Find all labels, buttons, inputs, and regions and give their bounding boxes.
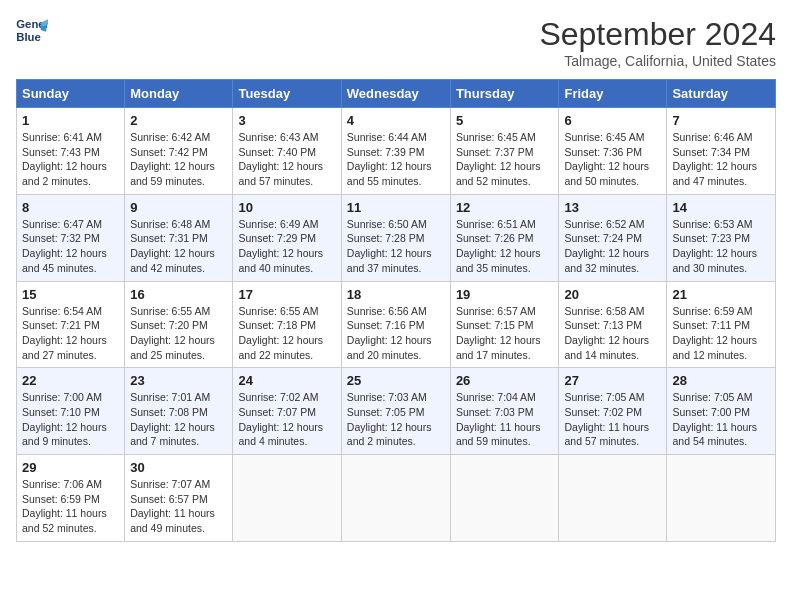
day-info: Sunrise: 6:53 AMSunset: 7:23 PMDaylight:… xyxy=(672,217,770,276)
day-info: Sunrise: 6:54 AMSunset: 7:21 PMDaylight:… xyxy=(22,304,119,363)
day-number: 19 xyxy=(456,287,554,302)
day-number: 2 xyxy=(130,113,227,128)
day-number: 4 xyxy=(347,113,445,128)
day-cell: 28Sunrise: 7:05 AMSunset: 7:00 PMDayligh… xyxy=(667,368,776,455)
day-cell: 4Sunrise: 6:44 AMSunset: 7:39 PMDaylight… xyxy=(341,108,450,195)
day-number: 5 xyxy=(456,113,554,128)
day-cell: 5Sunrise: 6:45 AMSunset: 7:37 PMDaylight… xyxy=(450,108,559,195)
day-info: Sunrise: 6:55 AMSunset: 7:20 PMDaylight:… xyxy=(130,304,227,363)
svg-text:Blue: Blue xyxy=(16,31,41,43)
day-info: Sunrise: 7:03 AMSunset: 7:05 PMDaylight:… xyxy=(347,390,445,449)
day-number: 28 xyxy=(672,373,770,388)
day-info: Sunrise: 6:48 AMSunset: 7:31 PMDaylight:… xyxy=(130,217,227,276)
day-cell: 14Sunrise: 6:53 AMSunset: 7:23 PMDayligh… xyxy=(667,194,776,281)
week-row-5: 29Sunrise: 7:06 AMSunset: 6:59 PMDayligh… xyxy=(17,455,776,542)
day-cell: 30Sunrise: 7:07 AMSunset: 6:57 PMDayligh… xyxy=(125,455,233,542)
day-number: 17 xyxy=(238,287,335,302)
day-cell xyxy=(341,455,450,542)
page-header: General Blue September 2024 Talmage, Cal… xyxy=(16,16,776,69)
day-cell xyxy=(667,455,776,542)
day-info: Sunrise: 6:55 AMSunset: 7:18 PMDaylight:… xyxy=(238,304,335,363)
day-number: 29 xyxy=(22,460,119,475)
weekday-header-row: SundayMondayTuesdayWednesdayThursdayFrid… xyxy=(17,80,776,108)
day-cell: 22Sunrise: 7:00 AMSunset: 7:10 PMDayligh… xyxy=(17,368,125,455)
day-number: 24 xyxy=(238,373,335,388)
day-cell: 15Sunrise: 6:54 AMSunset: 7:21 PMDayligh… xyxy=(17,281,125,368)
day-info: Sunrise: 6:46 AMSunset: 7:34 PMDaylight:… xyxy=(672,130,770,189)
weekday-header-saturday: Saturday xyxy=(667,80,776,108)
day-info: Sunrise: 7:07 AMSunset: 6:57 PMDaylight:… xyxy=(130,477,227,536)
day-number: 15 xyxy=(22,287,119,302)
weekday-header-sunday: Sunday xyxy=(17,80,125,108)
day-cell xyxy=(559,455,667,542)
day-number: 21 xyxy=(672,287,770,302)
day-info: Sunrise: 6:42 AMSunset: 7:42 PMDaylight:… xyxy=(130,130,227,189)
title-block: September 2024 Talmage, California, Unit… xyxy=(539,16,776,69)
day-info: Sunrise: 7:00 AMSunset: 7:10 PMDaylight:… xyxy=(22,390,119,449)
weekday-header-tuesday: Tuesday xyxy=(233,80,341,108)
day-number: 7 xyxy=(672,113,770,128)
day-cell: 11Sunrise: 6:50 AMSunset: 7:28 PMDayligh… xyxy=(341,194,450,281)
day-cell: 13Sunrise: 6:52 AMSunset: 7:24 PMDayligh… xyxy=(559,194,667,281)
day-number: 22 xyxy=(22,373,119,388)
day-cell: 23Sunrise: 7:01 AMSunset: 7:08 PMDayligh… xyxy=(125,368,233,455)
day-info: Sunrise: 7:06 AMSunset: 6:59 PMDaylight:… xyxy=(22,477,119,536)
day-cell xyxy=(450,455,559,542)
day-cell: 6Sunrise: 6:45 AMSunset: 7:36 PMDaylight… xyxy=(559,108,667,195)
day-cell: 29Sunrise: 7:06 AMSunset: 6:59 PMDayligh… xyxy=(17,455,125,542)
day-number: 3 xyxy=(238,113,335,128)
day-number: 27 xyxy=(564,373,661,388)
day-number: 6 xyxy=(564,113,661,128)
day-cell: 20Sunrise: 6:58 AMSunset: 7:13 PMDayligh… xyxy=(559,281,667,368)
day-cell: 7Sunrise: 6:46 AMSunset: 7:34 PMDaylight… xyxy=(667,108,776,195)
day-info: Sunrise: 6:52 AMSunset: 7:24 PMDaylight:… xyxy=(564,217,661,276)
day-info: Sunrise: 6:47 AMSunset: 7:32 PMDaylight:… xyxy=(22,217,119,276)
weekday-header-monday: Monday xyxy=(125,80,233,108)
day-info: Sunrise: 6:43 AMSunset: 7:40 PMDaylight:… xyxy=(238,130,335,189)
day-info: Sunrise: 7:04 AMSunset: 7:03 PMDaylight:… xyxy=(456,390,554,449)
day-info: Sunrise: 7:01 AMSunset: 7:08 PMDaylight:… xyxy=(130,390,227,449)
day-cell: 8Sunrise: 6:47 AMSunset: 7:32 PMDaylight… xyxy=(17,194,125,281)
day-info: Sunrise: 6:59 AMSunset: 7:11 PMDaylight:… xyxy=(672,304,770,363)
weekday-header-friday: Friday xyxy=(559,80,667,108)
day-info: Sunrise: 6:41 AMSunset: 7:43 PMDaylight:… xyxy=(22,130,119,189)
week-row-4: 22Sunrise: 7:00 AMSunset: 7:10 PMDayligh… xyxy=(17,368,776,455)
day-number: 10 xyxy=(238,200,335,215)
day-cell: 1Sunrise: 6:41 AMSunset: 7:43 PMDaylight… xyxy=(17,108,125,195)
day-number: 12 xyxy=(456,200,554,215)
day-number: 18 xyxy=(347,287,445,302)
day-info: Sunrise: 6:49 AMSunset: 7:29 PMDaylight:… xyxy=(238,217,335,276)
day-cell: 18Sunrise: 6:56 AMSunset: 7:16 PMDayligh… xyxy=(341,281,450,368)
month-title: September 2024 xyxy=(539,16,776,53)
day-cell: 24Sunrise: 7:02 AMSunset: 7:07 PMDayligh… xyxy=(233,368,341,455)
day-info: Sunrise: 6:58 AMSunset: 7:13 PMDaylight:… xyxy=(564,304,661,363)
day-number: 23 xyxy=(130,373,227,388)
day-info: Sunrise: 6:56 AMSunset: 7:16 PMDaylight:… xyxy=(347,304,445,363)
day-cell: 16Sunrise: 6:55 AMSunset: 7:20 PMDayligh… xyxy=(125,281,233,368)
day-info: Sunrise: 6:45 AMSunset: 7:37 PMDaylight:… xyxy=(456,130,554,189)
day-number: 26 xyxy=(456,373,554,388)
day-number: 20 xyxy=(564,287,661,302)
logo-icon: General Blue xyxy=(16,16,48,44)
day-cell: 17Sunrise: 6:55 AMSunset: 7:18 PMDayligh… xyxy=(233,281,341,368)
day-info: Sunrise: 6:57 AMSunset: 7:15 PMDaylight:… xyxy=(456,304,554,363)
day-info: Sunrise: 6:50 AMSunset: 7:28 PMDaylight:… xyxy=(347,217,445,276)
week-row-3: 15Sunrise: 6:54 AMSunset: 7:21 PMDayligh… xyxy=(17,281,776,368)
day-info: Sunrise: 6:44 AMSunset: 7:39 PMDaylight:… xyxy=(347,130,445,189)
day-cell: 10Sunrise: 6:49 AMSunset: 7:29 PMDayligh… xyxy=(233,194,341,281)
day-cell: 26Sunrise: 7:04 AMSunset: 7:03 PMDayligh… xyxy=(450,368,559,455)
day-number: 11 xyxy=(347,200,445,215)
logo: General Blue xyxy=(16,16,48,44)
calendar-table: SundayMondayTuesdayWednesdayThursdayFrid… xyxy=(16,79,776,542)
day-number: 30 xyxy=(130,460,227,475)
day-info: Sunrise: 7:02 AMSunset: 7:07 PMDaylight:… xyxy=(238,390,335,449)
day-info: Sunrise: 6:45 AMSunset: 7:36 PMDaylight:… xyxy=(564,130,661,189)
day-number: 8 xyxy=(22,200,119,215)
day-cell: 21Sunrise: 6:59 AMSunset: 7:11 PMDayligh… xyxy=(667,281,776,368)
day-number: 16 xyxy=(130,287,227,302)
day-cell: 19Sunrise: 6:57 AMSunset: 7:15 PMDayligh… xyxy=(450,281,559,368)
day-number: 25 xyxy=(347,373,445,388)
day-number: 9 xyxy=(130,200,227,215)
location: Talmage, California, United States xyxy=(539,53,776,69)
day-info: Sunrise: 7:05 AMSunset: 7:02 PMDaylight:… xyxy=(564,390,661,449)
